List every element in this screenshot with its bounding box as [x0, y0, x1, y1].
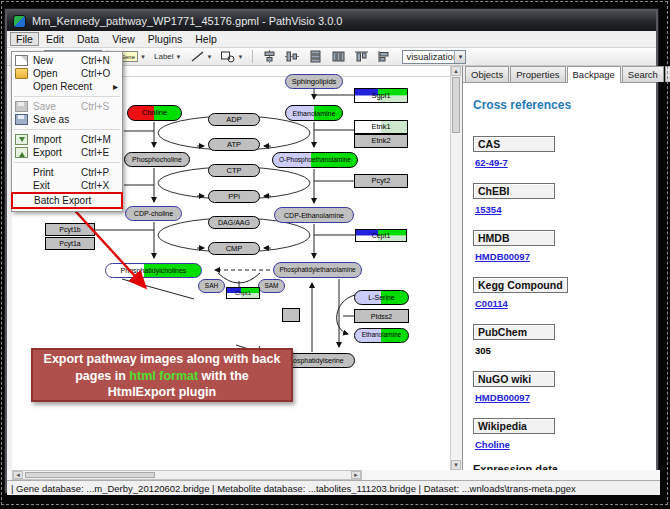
node-cmp[interactable]: CMP	[208, 242, 260, 255]
tab-backpage[interactable]: Backpage	[567, 66, 621, 83]
crossref-section-kegg-compound: Kegg CompoundC00114	[473, 275, 646, 309]
scrollbar-thumb[interactable]	[452, 77, 460, 133]
menu-item-label: Import	[33, 134, 81, 145]
menu-item-label: Exit	[33, 180, 81, 191]
node-cdp-ethanolamine[interactable]: CDP-Ethanolamine	[274, 207, 354, 223]
node-sgpl1[interactable]: Sgpl1	[354, 88, 408, 103]
crossref-section-wikipedia: WikipediaCholine	[473, 416, 646, 450]
node-phosphatidylcholines[interactable]: Phosphatidylcholines	[105, 263, 202, 278]
scroll-up-icon[interactable]: ▲	[451, 66, 461, 76]
menu-item-import[interactable]: ImportCtrl+M	[12, 133, 122, 146]
node-l-serine[interactable]: L-Serine	[354, 290, 409, 305]
menu-item-save-as[interactable]: Save as	[12, 113, 122, 126]
node-dag-aag[interactable]: DAG/AAG	[208, 216, 260, 229]
stack-vertical-button[interactable]	[306, 48, 325, 65]
menubar-item-edit[interactable]: Edit	[40, 32, 70, 46]
node-sah[interactable]: SAH	[198, 279, 225, 293]
menu-item-exit[interactable]: ExitCtrl+X	[12, 179, 122, 192]
node-etnk2[interactable]: Etnk2	[354, 134, 408, 148]
tab-properties[interactable]: Properties	[510, 66, 565, 82]
menu-item-open-recent[interactable]: Open Recent▸	[12, 80, 122, 93]
node-ptdss2[interactable]: Ptdss2	[354, 309, 409, 323]
chevron-down-icon[interactable]: ▼	[207, 54, 213, 60]
node-ethanolamine-bottom[interactable]: Ethanolamine	[354, 328, 409, 343]
menubar-item-view[interactable]: View	[106, 32, 141, 46]
menu-item-batch-export[interactable]: Batch Export	[13, 194, 121, 207]
cross-references-heading: Cross references	[473, 98, 646, 112]
node-adp[interactable]: ADP	[208, 113, 260, 126]
scrollbar-thumb[interactable]	[25, 472, 155, 478]
node-pcyt1b[interactable]: Pcyt1b	[45, 223, 95, 236]
menu-icon-blank	[15, 180, 28, 191]
node-label: L-Serine	[368, 294, 394, 301]
chevron-down-icon[interactable]: ▼	[140, 54, 146, 60]
visualization-combobox[interactable]: visualization ▼	[402, 50, 466, 64]
menu-item-export[interactable]: ExportCtrl+E	[12, 146, 122, 159]
crossref-section-pubchem: PubChem305	[473, 322, 646, 356]
label-tool-button[interactable]: Label▼	[152, 50, 184, 63]
node-cdp-choline[interactable]: CDP-choline	[125, 206, 182, 221]
chevron-down-icon[interactable]: ▼	[237, 54, 243, 60]
node-choline-top[interactable]: Choline	[127, 105, 182, 121]
node-ppi[interactable]: PPi	[208, 190, 260, 203]
tab-objects[interactable]: Objects	[465, 66, 509, 82]
canvas-horizontal-scrollbar[interactable]: ◄ ►	[12, 470, 362, 480]
menu-icon-blank	[15, 81, 28, 92]
crossref-link[interactable]: HMDB00097	[475, 251, 646, 262]
chevron-down-icon[interactable]: ▼	[454, 51, 465, 63]
menu-item-print[interactable]: PrintCtrl+P	[12, 166, 122, 179]
node-pcyt1a[interactable]: Pcyt1a	[45, 237, 95, 250]
scroll-down-icon[interactable]: ▼	[451, 460, 461, 470]
node-phosphatidylethanolamine[interactable]: Phosphatidylethanolamine	[273, 262, 362, 278]
node-o-phosphoethanolamine[interactable]: O-Phosphoethanolamine	[272, 152, 358, 168]
node-label: Phosphocholine	[132, 156, 182, 163]
line-tool-icon	[190, 50, 205, 63]
node-hidden-gene-box[interactable]	[282, 308, 300, 322]
menubar-item-help[interactable]: Help	[189, 32, 223, 46]
title-bar[interactable]: Mm_Kennedy_pathway_WP1771_45176.gpml - P…	[7, 11, 656, 31]
stack-horizontal-button[interactable]	[329, 48, 348, 65]
menu-item-label: Print	[33, 167, 81, 178]
node-ethanolamine-top[interactable]: Ethanolamine	[285, 105, 343, 121]
menubar-item-data[interactable]: Data	[71, 32, 105, 46]
node-phosphocholine[interactable]: Phosphocholine	[124, 152, 190, 167]
menu-shortcut: Ctrl+E	[81, 147, 118, 158]
scroll-left-icon[interactable]: ◄	[13, 471, 23, 479]
node-ctp[interactable]: CTP	[208, 164, 260, 177]
node-pcyt2[interactable]: Pcyt2	[354, 174, 408, 188]
crossref-link[interactable]: C00114	[475, 298, 646, 309]
crossref-title: PubChem	[473, 324, 555, 340]
crossref-link[interactable]: 62-49-7	[475, 157, 646, 168]
node-atp[interactable]: ATP	[208, 138, 260, 151]
tab-search[interactable]: Search	[622, 66, 664, 82]
save-disk-icon	[15, 101, 28, 112]
chevron-down-icon[interactable]: ▼	[176, 54, 182, 60]
align-left-button[interactable]	[375, 48, 394, 65]
menu-icon-blank	[16, 195, 29, 206]
node-chpt1[interactable]: Chpt1	[226, 287, 260, 299]
node-sphingolipids[interactable]: Sphingolipids	[285, 74, 343, 89]
menubar-item-file[interactable]: File	[10, 32, 39, 46]
menu-item-new[interactable]: NewCtrl+N	[12, 54, 122, 67]
node-sam[interactable]: SAM	[258, 279, 285, 293]
scroll-right-icon[interactable]: ►	[351, 471, 361, 479]
crossref-link[interactable]: Choline	[475, 439, 646, 450]
menu-item-label: Save as	[33, 114, 81, 125]
menu-item-open[interactable]: OpenCtrl+O	[12, 67, 122, 80]
align-top-button[interactable]	[352, 48, 371, 65]
align-center-x-button[interactable]	[260, 48, 279, 65]
shape-tool-button[interactable]: ▼	[218, 48, 245, 65]
node-cept1[interactable]: Cept1	[355, 229, 407, 242]
node-label: CDP-choline	[134, 210, 173, 217]
node-etnk1[interactable]: Etnk1	[354, 120, 408, 134]
align-center-y-button[interactable]	[283, 48, 302, 65]
crossref-link[interactable]: HMDB00097	[475, 392, 646, 403]
menubar-item-plugins[interactable]: Plugins	[142, 32, 188, 46]
menu-item-save[interactable]: SaveCtrl+S	[12, 100, 122, 113]
line-tool-button[interactable]: ▼	[188, 48, 215, 65]
crossref-section-chebi: ChEBI15354	[473, 181, 646, 215]
export-icon	[15, 147, 28, 158]
canvas-vertical-scrollbar[interactable]: ▲ ▼	[450, 66, 461, 470]
crossref-link[interactable]: 15354	[475, 204, 646, 215]
tab-legend[interactable]: Legend	[665, 66, 670, 82]
